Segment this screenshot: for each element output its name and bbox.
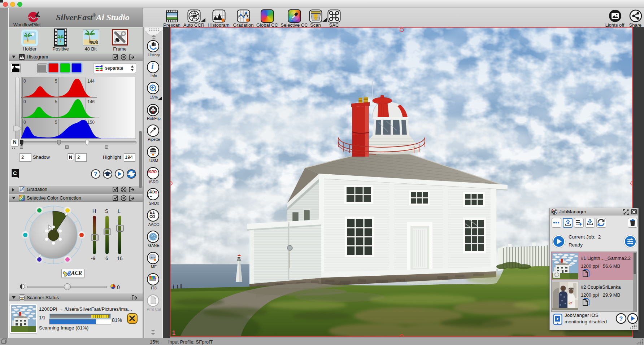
- svg-text:5: 5: [55, 120, 57, 125]
- svg-text:5: 5: [55, 79, 57, 84]
- svg-text:?: ?: [94, 171, 97, 177]
- svg-text:48Bit: 48Bit: [88, 40, 98, 44]
- svg-text:C: C: [13, 170, 17, 176]
- svg-text:?: ?: [619, 316, 623, 322]
- svg-text:146: 146: [87, 99, 95, 104]
- svg-text:150: 150: [87, 120, 95, 125]
- svg-text:0: 0: [23, 99, 26, 104]
- svg-text:0: 0: [23, 79, 26, 84]
- svg-text:144: 144: [87, 79, 95, 84]
- svg-text:0: 0: [23, 120, 26, 125]
- svg-text:5: 5: [55, 99, 57, 104]
- svg-text:1: 1: [172, 330, 175, 336]
